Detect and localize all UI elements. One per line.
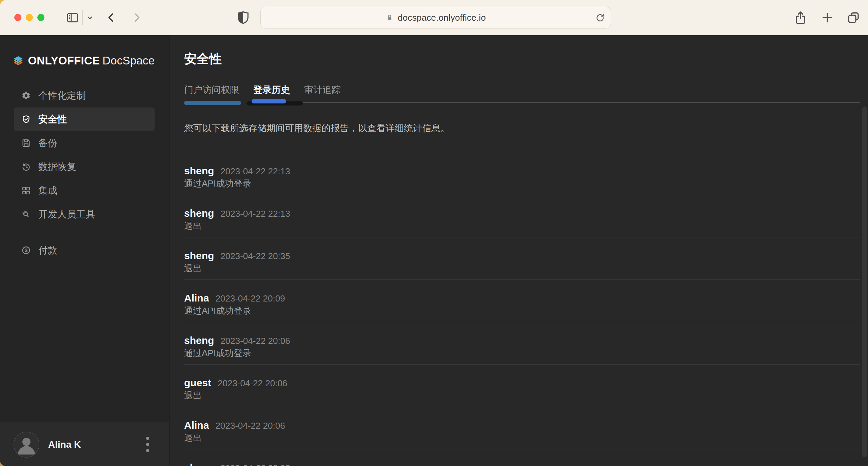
onlyoffice-logo-icon <box>13 50 23 72</box>
grid-icon <box>21 186 31 195</box>
gear-icon <box>21 91 31 100</box>
login-event-row: sheng 2023-04-22 20:05 通过API成功登录 <box>184 449 860 466</box>
event-timestamp: 2023-04-22 22:13 <box>220 209 290 219</box>
tab-overview-icon[interactable] <box>846 11 861 25</box>
security-page: 安全性 门户访问权限 登录历史 审计追踪 您可以下载所选存储期间可用数据的报告，… <box>170 35 868 466</box>
sidebar-item-customization[interactable]: 个性化定制 <box>14 84 155 108</box>
sidebar-toggle-icon[interactable] <box>65 11 80 24</box>
event-user: guest <box>184 376 211 390</box>
sidebar-item-backup[interactable]: 备份 <box>14 131 155 155</box>
event-timestamp: 2023-04-22 20:06 <box>215 421 285 431</box>
event-user: sheng <box>184 164 214 178</box>
login-event-row: Alina 2023-04-22 20:09 通过API成功登录 <box>184 280 860 322</box>
security-tabs: 门户访问权限 登录历史 审计追踪 <box>184 84 860 96</box>
sidebar-item-label: 备份 <box>38 137 57 150</box>
browser-toolbar: docspace.onlyoffice.io <box>0 0 868 35</box>
event-action: 退出 <box>184 432 860 444</box>
event-timestamp: 2023-04-22 20:35 <box>220 251 290 261</box>
forward-button[interactable] <box>130 10 143 25</box>
restore-clock-icon <box>21 162 31 172</box>
onlyoffice-logo[interactable]: ONLYOFFICEDocSpace <box>13 48 155 74</box>
event-timestamp: 2023-04-22 20:09 <box>215 293 285 304</box>
user-menu-kebab-icon[interactable] <box>144 435 151 454</box>
sidebar-item-label: 付款 <box>38 244 57 257</box>
svg-text:$: $ <box>25 247 28 253</box>
settings-nav-secondary: $ 付款 <box>14 238 155 262</box>
event-user: Alina <box>184 291 209 305</box>
url-text: docspace.onlyoffice.io <box>398 13 486 23</box>
tab-audit-trail[interactable]: 审计追踪 <box>304 84 341 96</box>
login-event-row: sheng 2023-04-22 22:13 通过API成功登录 <box>184 164 860 195</box>
event-user: sheng <box>184 334 214 347</box>
tab-login-history[interactable]: 登录历史 <box>253 84 290 96</box>
event-timestamp: 2023-04-22 20:06 <box>218 378 287 389</box>
user-name: Alina K <box>48 439 135 450</box>
tabs-divider-line <box>303 102 860 103</box>
sidebar-item-security[interactable]: 安全性 <box>14 108 155 131</box>
page-title: 安全性 <box>184 52 860 66</box>
login-event-row: sheng 2023-04-22 20:35 退出 <box>184 237 860 280</box>
lock-icon <box>386 13 394 22</box>
shield-check-icon <box>21 115 31 124</box>
zoom-window-button[interactable] <box>37 14 44 21</box>
sidebar-item-label: 集成 <box>38 184 57 197</box>
browser-window: docspace.onlyoffice.io <box>0 0 868 466</box>
event-user: sheng <box>184 207 214 220</box>
user-panel: Alina K <box>0 423 169 466</box>
sidebar-item-integration[interactable]: 集成 <box>14 179 155 202</box>
login-event-row: sheng 2023-04-22 20:06 通过API成功登录 <box>184 322 860 365</box>
settings-nav: 个性化定制 安全性 备份 <box>14 84 155 262</box>
share-icon[interactable] <box>793 10 808 25</box>
login-event-row: Alina 2023-04-22 20:06 退出 <box>184 407 860 449</box>
event-action: 通过API成功登录 <box>184 347 860 359</box>
tab-indicator-zone <box>184 100 860 112</box>
sidebar-item-label: 开发人员工具 <box>38 208 95 221</box>
event-user: sheng <box>184 249 214 263</box>
avatar[interactable] <box>14 432 39 458</box>
event-user: sheng <box>184 461 214 466</box>
event-timestamp: 2023-04-22 22:13 <box>220 166 290 177</box>
person-icon <box>14 432 39 457</box>
tab-indicator-previous <box>184 101 241 105</box>
tab-indicator-active <box>252 99 286 103</box>
sidebar-item-label: 安全性 <box>38 113 67 126</box>
login-event-row: sheng 2023-04-22 22:13 退出 <box>184 195 860 237</box>
page-description: 您可以下载所选存储期间可用数据的报告，以查看详细统计信息。 <box>184 122 860 134</box>
event-action: 通过API成功登录 <box>184 178 860 189</box>
event-timestamp: 2023-04-22 20:05 <box>220 463 290 466</box>
scrollbar-thumb[interactable] <box>862 106 867 457</box>
sidebar-item-label: 数据恢复 <box>38 160 76 173</box>
tab-portal-access[interactable]: 门户访问权限 <box>184 84 239 96</box>
toolbar-divider <box>82 10 83 25</box>
sidebar-item-data-restore[interactable]: 数据恢复 <box>14 155 155 179</box>
new-tab-icon[interactable] <box>821 11 834 24</box>
close-window-button[interactable] <box>14 14 21 21</box>
login-event-row: guest 2023-04-22 20:06 退出 <box>184 365 860 407</box>
sidebar-item-label: 个性化定制 <box>38 89 86 102</box>
event-timestamp: 2023-04-22 20:06 <box>220 336 290 346</box>
window-controls <box>14 14 44 21</box>
back-button[interactable] <box>104 10 118 25</box>
event-user: Alina <box>184 419 209 432</box>
logo-text: ONLYOFFICEDocSpace <box>28 54 155 67</box>
address-bar[interactable]: docspace.onlyoffice.io <box>260 7 611 28</box>
reload-icon[interactable] <box>594 12 605 23</box>
settings-sidebar: ONLYOFFICEDocSpace 个性化定制 安全性 <box>0 35 170 466</box>
sidebar-item-developer-tools[interactable]: 开发人员工具 <box>14 202 155 226</box>
dollar-circle-icon: $ <box>21 246 31 255</box>
event-action: 退出 <box>184 263 860 274</box>
sidebar-item-payments[interactable]: $ 付款 <box>14 238 155 262</box>
docspace-app: ONLYOFFICEDocSpace 个性化定制 安全性 <box>0 35 868 466</box>
sidebar-chevron-down-icon[interactable] <box>85 13 94 22</box>
plug-icon <box>21 210 31 219</box>
privacy-shield-icon[interactable] <box>236 9 251 26</box>
login-history-list: sheng 2023-04-22 22:13 通过API成功登录 sheng 2… <box>184 164 860 466</box>
event-action: 退出 <box>184 220 860 232</box>
event-action: 退出 <box>184 390 860 401</box>
event-action: 通过API成功登录 <box>184 305 860 316</box>
minimize-window-button[interactable] <box>26 14 33 21</box>
save-icon <box>21 138 31 148</box>
